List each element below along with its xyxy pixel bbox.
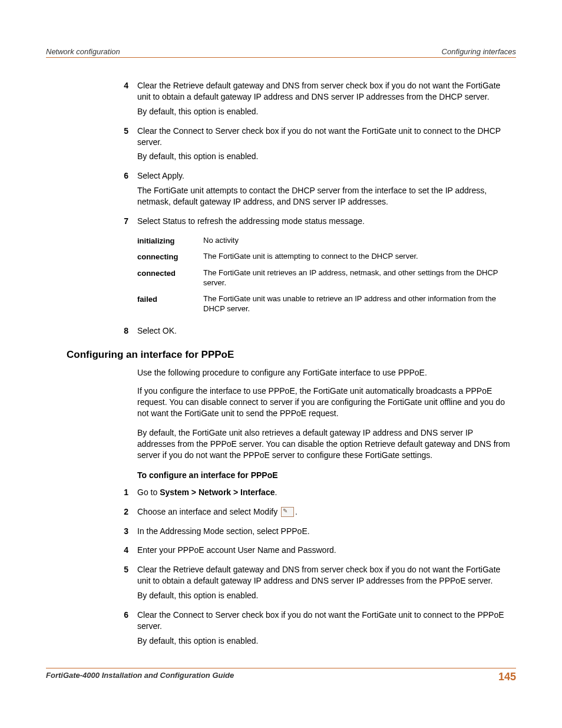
- text-prefix: Choose an interface and select Modify: [137, 507, 280, 516]
- intro-para: By default, the FortiGate unit also retr…: [137, 427, 511, 461]
- step-5: 5 Clear the Connect to Server check box …: [137, 126, 511, 163]
- table-row: initializing No activity: [137, 233, 511, 249]
- status-label: failed: [137, 294, 203, 314]
- intro-para: If you configure the interface to use PP…: [137, 386, 511, 419]
- step-text: Clear the Retrieve default gateway and D…: [137, 564, 511, 587]
- step-number: 6: [117, 610, 128, 621]
- page-footer: FortiGate-4000 Installation and Configur…: [46, 668, 516, 683]
- page-number: 145: [498, 671, 516, 683]
- text-suffix: .: [295, 507, 297, 516]
- step-number: 5: [117, 564, 128, 575]
- step-6: 6 Select Apply. The FortiGate unit attem…: [137, 170, 511, 207]
- step-text: By default, this option is enabled.: [137, 106, 511, 117]
- status-table: initializing No activity connecting The …: [137, 233, 511, 317]
- section-heading: Configuring an interface for PPPoE: [67, 349, 511, 361]
- intro-para: Use the following procedure to configure…: [137, 368, 511, 377]
- step-number: 8: [117, 325, 128, 337]
- step-text: By default, this option is enabled.: [137, 635, 511, 647]
- step-text: Select Apply.: [137, 170, 511, 182]
- header-left: Network configuration: [46, 47, 120, 56]
- status-label: initializing: [137, 236, 203, 246]
- pppoe-step-2: 2 Choose an interface and select Modify …: [137, 506, 511, 518]
- header-right: Configuring interfaces: [442, 47, 516, 56]
- step-text: In the Addressing Mode section, select P…: [137, 526, 511, 537]
- step-number: 6: [117, 170, 128, 182]
- step-text: Go to System > Network > Interface.: [137, 487, 511, 498]
- pppoe-step-5: 5 Clear the Retrieve default gateway and…: [137, 564, 511, 601]
- step-number: 2: [117, 506, 128, 518]
- step-text: Clear the Retrieve default gateway and D…: [137, 80, 511, 103]
- step-text: Choose an interface and select Modify .: [137, 506, 511, 518]
- text-suffix: .: [275, 487, 277, 497]
- footer-title: FortiGate-4000 Installation and Configur…: [46, 671, 234, 683]
- step-number: 7: [117, 216, 128, 227]
- step-text: Select Status to refresh the addressing …: [137, 216, 511, 227]
- pppoe-step-6: 6 Clear the Connect to Server check box …: [137, 610, 511, 647]
- step-text: Clear the Connect to Server check box if…: [137, 126, 511, 148]
- table-row: failed The FortiGate unit was unable to …: [137, 291, 511, 317]
- step-number: 3: [117, 526, 128, 537]
- step-text: By default, this option is enabled.: [137, 590, 511, 601]
- pppoe-step-4: 4 Enter your PPPoE account User Name and…: [137, 545, 511, 556]
- step-4: 4 Clear the Retrieve default gateway and…: [137, 80, 511, 117]
- step-number: 4: [117, 545, 128, 556]
- pppoe-step-1: 1 Go to System > Network > Interface.: [137, 487, 511, 498]
- table-row: connecting The FortiGate unit is attempt…: [137, 249, 511, 265]
- page-content: 4 Clear the Retrieve default gateway and…: [46, 80, 516, 647]
- step-number: 1: [117, 487, 128, 498]
- page-header: Network configuration Configuring interf…: [46, 47, 516, 58]
- step-text: Enter your PPPoE account User Name and P…: [137, 545, 511, 556]
- text-prefix: Go to: [137, 487, 160, 497]
- pppoe-step-3: 3 In the Addressing Mode section, select…: [137, 526, 511, 537]
- status-desc: The FortiGate unit retrieves an IP addre…: [203, 268, 511, 288]
- step-number: 5: [117, 126, 128, 137]
- step-text: By default, this option is enabled.: [137, 151, 511, 162]
- step-text: The FortiGate unit attempts to contact t…: [137, 185, 511, 207]
- status-desc: The FortiGate unit was unable to retriev…: [203, 294, 511, 314]
- status-label: connecting: [137, 252, 203, 262]
- step-7: 7 Select Status to refresh the addressin…: [137, 216, 511, 317]
- step-text: Clear the Connect to Server check box if…: [137, 610, 511, 632]
- menu-path: System > Network > Interface: [160, 487, 275, 497]
- status-desc: The FortiGate unit is attempting to conn…: [203, 252, 511, 262]
- step-text: Select OK.: [137, 325, 511, 337]
- status-desc: No activity: [203, 236, 511, 246]
- table-row: connected The FortiGate unit retrieves a…: [137, 265, 511, 291]
- step-number: 4: [117, 80, 128, 91]
- modify-icon: [281, 507, 294, 517]
- sub-heading: To configure an interface for PPPoE: [137, 470, 511, 480]
- status-label: connected: [137, 268, 203, 288]
- step-8: 8 Select OK.: [137, 325, 511, 337]
